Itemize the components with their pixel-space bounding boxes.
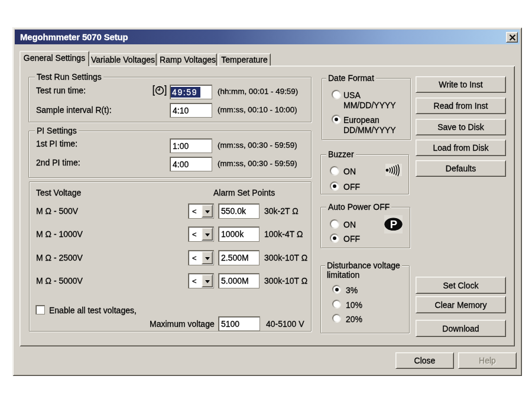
svg-text:P: P	[390, 218, 397, 231]
